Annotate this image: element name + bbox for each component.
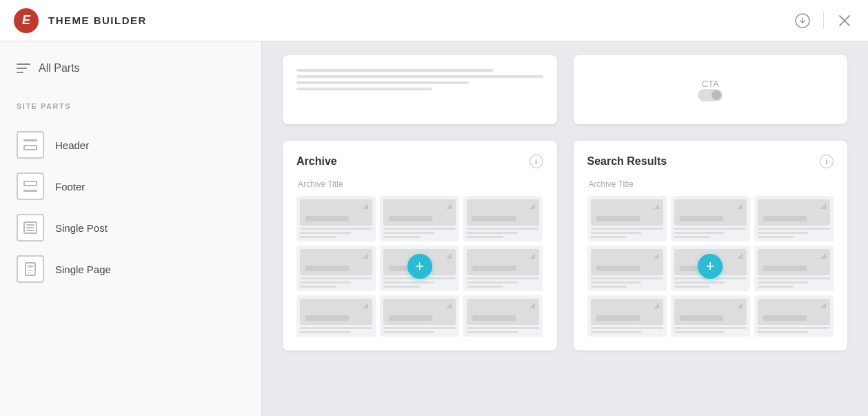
archive-cell-2-1 xyxy=(296,246,376,291)
page-img xyxy=(28,265,33,268)
sr-line-8 xyxy=(758,232,809,234)
archive-line-16 xyxy=(467,277,539,279)
sr-line-14 xyxy=(674,281,725,284)
search-results-archive-title: Archive Title xyxy=(587,179,834,189)
archive-cell-1-1 xyxy=(296,196,376,241)
archive-card: Archive i Archive Title xyxy=(283,141,557,350)
tl-line-3 xyxy=(296,81,469,84)
sidebar-item-single-page[interactable]: Single Page xyxy=(17,248,245,290)
tl-line-1 xyxy=(296,69,494,72)
archive-title-label: Archive Title xyxy=(296,179,543,189)
sr-line-20 xyxy=(591,331,642,333)
sr-line-2 xyxy=(591,232,642,234)
archive-line-4 xyxy=(383,228,456,230)
hamburger-line-3 xyxy=(17,72,23,73)
hamburger-line-2 xyxy=(17,68,27,69)
sr-cell-1-1 xyxy=(587,196,667,241)
sr-line-15 xyxy=(674,286,711,288)
archive-line-23 xyxy=(467,327,539,329)
close-icon[interactable] xyxy=(835,11,854,30)
sr-cell-2-3 xyxy=(754,246,834,291)
page-line-2 xyxy=(28,273,31,273)
top-cards-row: CTA xyxy=(283,55,847,124)
archive-cell-3-2 xyxy=(380,295,459,337)
archive-img-3-1 xyxy=(300,299,372,325)
sidebar-item-footer-label: Footer xyxy=(55,181,85,192)
sr-line-12 xyxy=(591,286,627,288)
search-results-card: Search Results i Archive Title xyxy=(574,141,848,350)
sidebar-all-parts[interactable]: All Parts xyxy=(17,62,245,75)
search-results-info-icon[interactable]: i xyxy=(820,155,834,168)
search-results-add-button[interactable]: + xyxy=(698,254,723,279)
archive-add-button[interactable]: + xyxy=(407,254,432,279)
archive-line-18 xyxy=(467,286,503,288)
archive-line-15 xyxy=(383,286,420,288)
archive-grid: + xyxy=(296,196,543,337)
page-line-1 xyxy=(28,270,33,271)
sr-img-3-2 xyxy=(674,299,747,325)
archive-img-1-1 xyxy=(300,199,372,226)
toggle[interactable] xyxy=(698,89,723,101)
header-body xyxy=(23,145,37,150)
header-actions xyxy=(793,11,854,30)
archive-line-1 xyxy=(300,228,372,230)
sidebar-item-header[interactable]: Header xyxy=(17,124,245,166)
archive-line-17 xyxy=(467,281,518,284)
sidebar-item-footer[interactable]: Footer xyxy=(17,166,245,207)
footer-body xyxy=(23,181,37,186)
sr-img-1-3 xyxy=(758,199,830,226)
top-card-right: CTA xyxy=(574,55,848,124)
archive-line-14 xyxy=(383,281,434,284)
archive-cell-3-1 xyxy=(296,295,376,337)
header-top-bar xyxy=(23,139,37,141)
toggle-knob xyxy=(711,90,721,100)
archive-card-title: Archive xyxy=(296,155,337,168)
archive-img-1-3 xyxy=(467,199,539,226)
archive-line-9 xyxy=(467,236,503,238)
footer-bottom-bar xyxy=(23,190,37,192)
archive-img-1-2 xyxy=(383,199,456,226)
archive-line-22 xyxy=(383,331,434,333)
page-shape xyxy=(25,262,36,276)
sr-line-4 xyxy=(674,228,747,230)
sr-cell-3-1 xyxy=(587,295,667,337)
sidebar-item-single-page-label: Single Page xyxy=(55,264,111,275)
logo-letter: E xyxy=(22,13,30,28)
download-icon[interactable] xyxy=(793,11,812,30)
sr-img-2-1 xyxy=(591,249,663,275)
sr-line-9 xyxy=(758,236,794,238)
hamburger-icon xyxy=(17,63,30,73)
archive-line-12 xyxy=(300,286,336,288)
archive-line-7 xyxy=(467,228,539,230)
post-shape xyxy=(23,221,37,234)
sr-line-3 xyxy=(591,236,627,238)
search-results-card-title: Search Results xyxy=(587,155,667,168)
sidebar-item-single-post-label: Single Post xyxy=(55,222,108,234)
main-content: CTA Archive i Archive Title xyxy=(262,41,868,416)
sr-line-24 xyxy=(758,331,809,333)
sr-img-1-1 xyxy=(591,199,663,226)
sr-line-18 xyxy=(758,286,794,288)
post-line-1 xyxy=(26,224,34,226)
sr-line-6 xyxy=(674,236,711,238)
sr-line-1 xyxy=(591,228,663,230)
header-icon xyxy=(17,131,44,159)
sr-cell-2-1 xyxy=(587,246,667,291)
archive-plus-icon: + xyxy=(415,259,424,274)
app-header: E THEME BUILDER xyxy=(0,0,868,41)
archive-img-2-3 xyxy=(467,249,539,275)
archive-line-20 xyxy=(300,331,351,333)
archive-info-icon[interactable]: i xyxy=(529,155,543,168)
sr-line-7 xyxy=(758,228,830,230)
main-layout: All Parts SITE PARTS Header Footer xyxy=(0,41,868,416)
sr-cell-3-3 xyxy=(754,295,834,337)
sidebar-item-single-post[interactable]: Single Post xyxy=(17,207,245,248)
sr-line-23 xyxy=(758,327,830,329)
header-divider xyxy=(823,12,824,29)
site-parts-section-title: SITE PARTS xyxy=(17,102,245,110)
sidebar-item-header-label: Header xyxy=(55,139,89,151)
archive-img-3-2 xyxy=(383,299,456,325)
sr-cell-3-2 xyxy=(671,295,750,337)
archive-line-6 xyxy=(383,236,420,238)
sr-img-3-1 xyxy=(591,299,663,325)
